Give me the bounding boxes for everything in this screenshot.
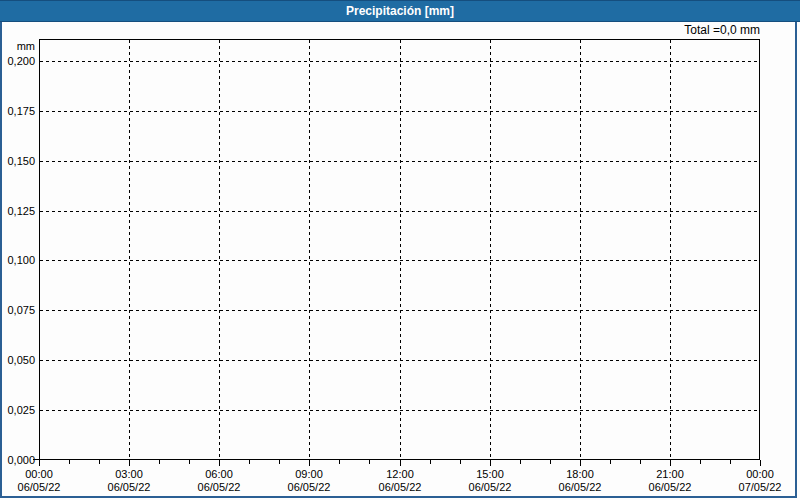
x-tick-date-label: 06/05/22 [7,481,71,493]
x-axis-minor-tick [369,460,370,464]
x-axis-major-tick [400,460,401,466]
x-tick-time-label: 00:00 [7,468,71,480]
total-annotation: Total =0,0 mm [460,23,760,37]
x-axis-major-tick [219,460,220,466]
x-tick-date-label: 06/05/22 [277,481,341,493]
x-axis-major-tick [309,460,310,466]
x-axis-minor-tick [730,460,731,464]
x-axis-minor-tick [339,460,340,464]
x-tick-date-label: 07/05/22 [728,481,792,493]
y-tick-label: 0,000 [0,454,35,466]
y-axis-unit-label: mm [0,40,35,52]
gridline-vertical [490,40,491,459]
y-tick-label: 0,200 [0,55,35,67]
x-tick-time-label: 03:00 [97,468,161,480]
x-axis-major-tick [580,460,581,466]
x-axis-minor-tick [430,460,431,464]
gridline-vertical [309,40,310,459]
x-tick-time-label: 00:00 [728,468,792,480]
x-axis-major-tick [39,460,40,466]
x-axis-minor-tick [69,460,70,464]
x-axis-minor-tick [279,460,280,464]
gridline-vertical [400,40,401,459]
x-axis-minor-tick [550,460,551,464]
y-tick-label: 0,125 [0,205,35,217]
x-axis-minor-tick [159,460,160,464]
x-tick-time-label: 09:00 [277,468,341,480]
x-axis-minor-tick [640,460,641,464]
x-tick-date-label: 06/05/22 [458,481,522,493]
gridline-vertical [580,40,581,459]
chart-window: Precipitación [mm] Total =0,0 mm mm 0,20… [0,0,800,500]
x-axis-minor-tick [99,460,100,464]
x-tick-time-label: 21:00 [638,468,702,480]
chart-title: Precipitación [mm] [346,4,454,18]
window-border-bottom [0,496,797,498]
x-axis-major-tick [760,460,761,466]
x-axis-major-tick [670,460,671,466]
x-tick-time-label: 12:00 [368,468,432,480]
x-tick-time-label: 06:00 [187,468,251,480]
gridline-vertical [670,40,671,459]
chart-content: Total =0,0 mm mm 0,2000,1750,1500,1250,1… [0,22,800,500]
x-tick-date-label: 06/05/22 [97,481,161,493]
x-axis-minor-tick [460,460,461,464]
y-tick-label: 0,175 [0,105,35,117]
gridline-vertical [219,40,220,459]
x-axis-major-tick [129,460,130,466]
y-tick-label: 0,025 [0,404,35,416]
y-tick-label: 0,075 [0,304,35,316]
x-tick-date-label: 06/05/22 [187,481,251,493]
y-tick-label: 0,100 [0,254,35,266]
window-border-right [795,22,797,498]
x-axis-minor-tick [189,460,190,464]
y-tick-label: 0,050 [0,354,35,366]
x-tick-date-label: 06/05/22 [548,481,612,493]
x-axis-major-tick [490,460,491,466]
x-tick-date-label: 06/05/22 [368,481,432,493]
x-tick-time-label: 18:00 [548,468,612,480]
x-axis-minor-tick [520,460,521,464]
chart-title-bar: Precipitación [mm] [0,0,800,22]
gridline-vertical [129,40,130,459]
y-tick-label: 0,150 [0,155,35,167]
x-axis-minor-tick [700,460,701,464]
x-axis-minor-tick [610,460,611,464]
x-axis-minor-tick [249,460,250,464]
x-tick-date-label: 06/05/22 [638,481,702,493]
x-tick-time-label: 15:00 [458,468,522,480]
